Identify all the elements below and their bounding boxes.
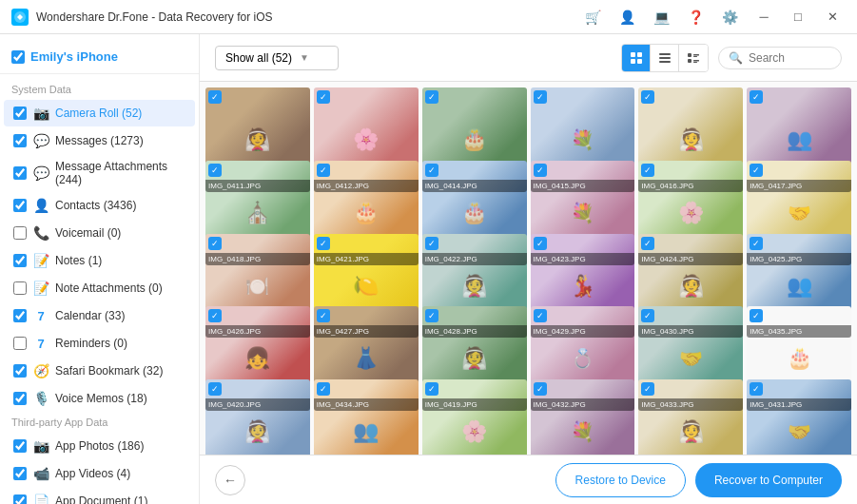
sidebar-item-app-document[interactable]: 📄 App Document (1) xyxy=(4,488,195,504)
photo-cell[interactable]: ✓IMG_0438.JPG xyxy=(422,379,527,455)
sidebar-item-safari[interactable]: 🧭 Safari Bookmark (32) xyxy=(4,358,195,384)
svg-rect-2 xyxy=(637,52,642,57)
sidebar-item-message-attachments[interactable]: 💬 Message Attachments (244) xyxy=(4,155,195,191)
sidebar-item-camera-roll[interactable]: 📷 Camera Roll (52) xyxy=(4,100,195,126)
restore-to-device-button[interactable]: Restore to Device xyxy=(555,463,686,497)
photo-cell[interactable]: ✓IMG_0439.JPG xyxy=(531,379,635,455)
sidebar: Emily's iPhone System Data 📷 Camera Roll… xyxy=(0,34,200,504)
photo-check: ✓ xyxy=(750,309,763,322)
title-bar-actions: 🛒 👤 💻 ❓ ⚙️ ─ □ ✕ xyxy=(579,4,846,30)
photo-filename: IMG_0420.JPG xyxy=(205,398,310,411)
app-videos-label: App Videos (4) xyxy=(55,467,130,480)
safari-checkbox[interactable] xyxy=(13,364,27,378)
user-icon[interactable]: 👤 xyxy=(614,4,640,30)
photo-filename: IMG_0430.JPG xyxy=(638,325,743,338)
note-attach-icon: 📝 xyxy=(32,280,49,297)
voice-memos-label: Voice Memos (18) xyxy=(55,392,147,405)
safari-icon: 🧭 xyxy=(32,362,49,379)
app-photos-icon: 📷 xyxy=(32,437,49,455)
notes-checkbox[interactable] xyxy=(13,254,27,267)
svg-rect-1 xyxy=(631,52,635,57)
camera-roll-checkbox[interactable] xyxy=(13,107,27,120)
svg-rect-8 xyxy=(688,53,691,57)
msg-attach-checkbox[interactable] xyxy=(13,166,27,180)
support-icon[interactable]: ❓ xyxy=(682,4,709,30)
photo-cell[interactable]: ✓IMG_0437.JPG xyxy=(314,379,419,455)
app-doc-icon: 📄 xyxy=(32,493,49,504)
device-icon[interactable]: 💻 xyxy=(648,4,674,30)
calendar-label: Calendar (33) xyxy=(55,309,125,322)
photo-check: ✓ xyxy=(534,90,547,104)
voicemail-checkbox[interactable] xyxy=(13,226,27,240)
cart-icon[interactable]: 🛒 xyxy=(579,4,606,30)
notes-label: Notes (1) xyxy=(55,254,102,267)
sidebar-item-note-attachments[interactable]: 📝 Note Attachments (0) xyxy=(4,275,195,301)
photo-check: ✓ xyxy=(317,237,330,250)
recover-to-computer-button[interactable]: Recover to Computer xyxy=(695,463,842,497)
photo-filename: IMG_0417.JPG xyxy=(747,180,851,192)
search-box[interactable]: 🔍 xyxy=(718,47,842,69)
device-checkbox[interactable] xyxy=(11,50,25,64)
photo-filename: IMG_0412.JPG xyxy=(314,180,419,192)
app-photos-checkbox[interactable] xyxy=(13,439,27,453)
back-button[interactable]: ← xyxy=(215,465,245,495)
reminders-icon: 7 xyxy=(32,335,49,352)
photo-filename: IMG_0434.JPG xyxy=(314,398,419,411)
sidebar-item-app-videos[interactable]: 📹 App Videos (4) xyxy=(4,460,195,487)
svg-rect-7 xyxy=(659,61,671,63)
maximize-button[interactable]: □ xyxy=(785,4,811,30)
contacts-checkbox[interactable] xyxy=(13,199,27,212)
sidebar-item-messages[interactable]: 💬 Messages (1273) xyxy=(4,127,195,154)
photo-check: ✓ xyxy=(208,309,222,322)
photo-filename: IMG_0427.JPG xyxy=(314,325,419,338)
photo-cell[interactable]: ✓IMG_0441.JPG xyxy=(747,379,851,455)
list-view-button[interactable] xyxy=(651,45,679,71)
photo-check: ✓ xyxy=(425,309,438,322)
camera-roll-icon: 📷 xyxy=(32,105,49,122)
sidebar-item-calendar[interactable]: 7 Calendar (33) xyxy=(4,302,195,329)
filter-dropdown[interactable]: Show all (52) ▼ xyxy=(215,46,339,70)
sidebar-item-notes[interactable]: 📝 Notes (1) xyxy=(4,247,195,274)
sidebar-item-voice-memos[interactable]: 🎙️ Voice Memos (18) xyxy=(4,385,195,412)
photo-filename: IMG_0433.JPG xyxy=(638,398,743,411)
minimize-button[interactable]: ─ xyxy=(750,4,777,30)
close-button[interactable]: ✕ xyxy=(819,4,846,30)
app-doc-checkbox[interactable] xyxy=(13,494,27,504)
voicemail-label: Voicemail (0) xyxy=(55,226,121,240)
photo-check: ✓ xyxy=(641,382,654,396)
note-attach-checkbox[interactable] xyxy=(13,281,27,295)
main-content: Emily's iPhone System Data 📷 Camera Roll… xyxy=(0,34,857,504)
grid-view-button[interactable] xyxy=(622,45,651,71)
calendar-checkbox[interactable] xyxy=(13,309,27,322)
photo-filename: IMG_0419.JPG xyxy=(422,398,527,411)
sidebar-item-app-photos[interactable]: 📷 App Photos (186) xyxy=(4,433,195,459)
messages-checkbox[interactable] xyxy=(13,134,27,147)
photo-check: ✓ xyxy=(425,382,438,396)
search-input[interactable] xyxy=(749,51,834,65)
app-videos-checkbox[interactable] xyxy=(13,467,27,480)
photo-filename: IMG_0432.JPG xyxy=(531,398,635,411)
calendar-icon: 7 xyxy=(32,307,49,324)
sidebar-item-voicemail[interactable]: 📞 Voicemail (0) xyxy=(4,220,195,246)
detail-view-button[interactable] xyxy=(679,45,708,71)
messages-icon: 💬 xyxy=(32,132,49,149)
sidebar-item-contacts[interactable]: 👤 Contacts (3436) xyxy=(4,192,195,219)
reminders-checkbox[interactable] xyxy=(13,337,27,350)
photo-cell[interactable]: ✓IMG_0440.JPG xyxy=(638,379,743,455)
photo-check: ✓ xyxy=(425,237,438,250)
photo-check: ✓ xyxy=(208,237,222,250)
contacts-label: Contacts (3436) xyxy=(55,199,136,212)
system-data-label: System Data xyxy=(0,80,199,99)
photo-filename: IMG_0421.JPG xyxy=(314,253,419,265)
photo-filename: IMG_0435.JPG xyxy=(747,325,851,338)
voice-memos-checkbox[interactable] xyxy=(13,392,27,405)
settings-icon[interactable]: ⚙️ xyxy=(716,4,743,30)
photo-check: ✓ xyxy=(534,309,547,322)
msg-attach-icon: 💬 xyxy=(32,165,49,182)
photo-toolbar: Show all (52) ▼ xyxy=(200,34,857,82)
app-logo xyxy=(11,9,29,26)
sidebar-item-reminders[interactable]: 7 Reminders (0) xyxy=(4,330,195,357)
photo-check: ✓ xyxy=(750,237,763,250)
photo-cell[interactable]: ✓IMG_0436.JPG xyxy=(205,379,310,455)
photo-filename: IMG_0418.JPG xyxy=(205,253,310,265)
